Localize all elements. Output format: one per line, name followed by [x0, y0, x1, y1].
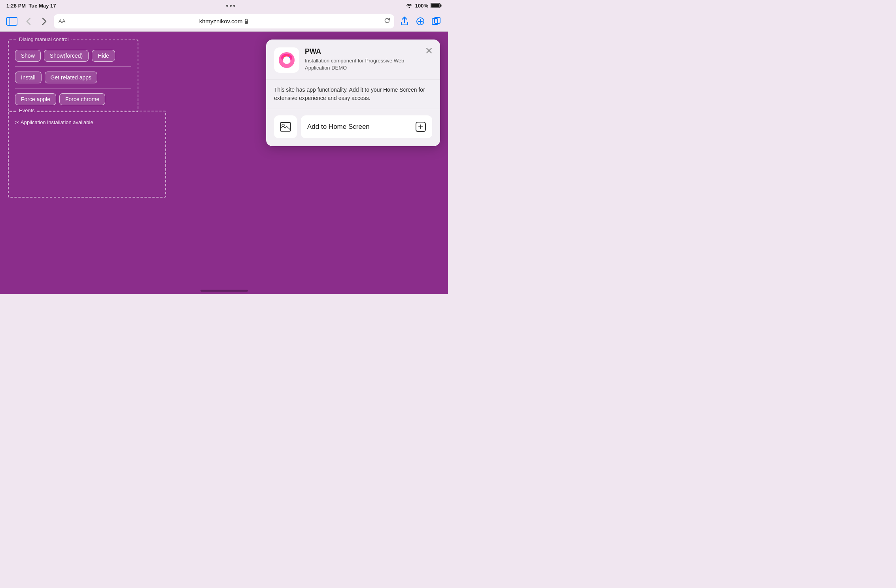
- pwa-header: PWA Installation component for Progressi…: [274, 47, 432, 73]
- divider-2: [15, 88, 131, 89]
- forward-button[interactable]: [38, 15, 51, 28]
- wifi-icon: [406, 3, 413, 8]
- pwa-image-button[interactable]: [274, 115, 297, 138]
- pwa-app-name: PWA: [305, 47, 419, 56]
- donut-icon: [276, 49, 298, 71]
- back-button[interactable]: [22, 15, 35, 28]
- pwa-divider-1: [266, 79, 440, 79]
- dot1: [226, 5, 228, 7]
- button-row-1: Show Show(forced) Hide: [15, 50, 131, 62]
- force-chrome-button[interactable]: Force chrome: [59, 93, 105, 105]
- add-to-home-label: Add to Home Screen: [307, 123, 370, 131]
- svg-rect-5: [245, 21, 248, 24]
- get-related-apps-button[interactable]: Get related apps: [45, 72, 98, 83]
- image-icon: [280, 122, 291, 132]
- sidebar-button[interactable]: [5, 14, 19, 28]
- battery-icon: [431, 3, 442, 8]
- pwa-app-desc: Installation component for Progressive W…: [305, 57, 419, 72]
- main-content: Dialog manual control Show Show(forced) …: [0, 32, 448, 294]
- plus-icon: [416, 122, 426, 132]
- status-bar: 1:28 PM Tue May 17 100%: [0, 0, 448, 11]
- pwa-close-button[interactable]: [426, 47, 432, 55]
- tabs-button[interactable]: [429, 14, 443, 28]
- svg-point-20: [283, 57, 290, 64]
- install-button[interactable]: Install: [15, 72, 42, 83]
- dialog-control-box: Dialog manual control Show Show(forced) …: [8, 40, 138, 112]
- url-display: khmyznikov.com: [199, 18, 249, 24]
- divider-1: [15, 66, 131, 67]
- pwa-add-to-home-button[interactable]: Add to Home Screen: [301, 115, 432, 138]
- svg-rect-1: [440, 4, 442, 7]
- status-right: 100%: [406, 3, 442, 9]
- status-center: [226, 5, 235, 7]
- pwa-action-row: Add to Home Screen: [274, 115, 432, 138]
- show-button[interactable]: Show: [15, 50, 41, 62]
- pwa-install-card: PWA Installation component for Progressi…: [266, 40, 440, 146]
- pwa-divider-2: [266, 109, 440, 109]
- svg-rect-2: [431, 4, 440, 8]
- events-title: Events: [17, 107, 37, 113]
- svg-rect-3: [6, 17, 17, 25]
- scroll-indicator: [200, 290, 248, 292]
- hide-button[interactable]: Hide: [92, 50, 115, 62]
- button-row-3: Force apple Force chrome: [15, 93, 131, 105]
- button-row-2: Install Get related apps: [15, 72, 131, 83]
- show-forced-button[interactable]: Show(forced): [44, 50, 89, 62]
- dot2: [230, 5, 232, 7]
- force-apple-button[interactable]: Force apple: [15, 93, 56, 105]
- share-button[interactable]: [397, 14, 412, 28]
- address-bar[interactable]: AA khmyznikov.com: [54, 14, 394, 28]
- lock-icon: [244, 19, 249, 24]
- dialog-control-title: Dialog manual control: [17, 36, 71, 42]
- browser-toolbar: AA khmyznikov.com: [0, 11, 448, 32]
- reload-button[interactable]: [384, 17, 390, 25]
- aa-label: AA: [59, 18, 65, 24]
- pwa-title-block: PWA Installation component for Progressi…: [305, 47, 419, 72]
- svg-rect-23: [280, 122, 291, 131]
- events-box: Events >: Application installation avail…: [8, 111, 166, 198]
- dot3: [233, 5, 235, 7]
- battery-percent: 100%: [415, 3, 428, 9]
- pwa-app-icon: [274, 47, 299, 73]
- events-log: >: Application installation available: [15, 119, 159, 125]
- status-time-date: 1:28 PM Tue May 17: [6, 3, 56, 9]
- pwa-body-text: This site has app functionality. Add it …: [274, 86, 432, 102]
- new-tab-button[interactable]: [413, 14, 427, 28]
- toolbar-actions: [397, 14, 443, 28]
